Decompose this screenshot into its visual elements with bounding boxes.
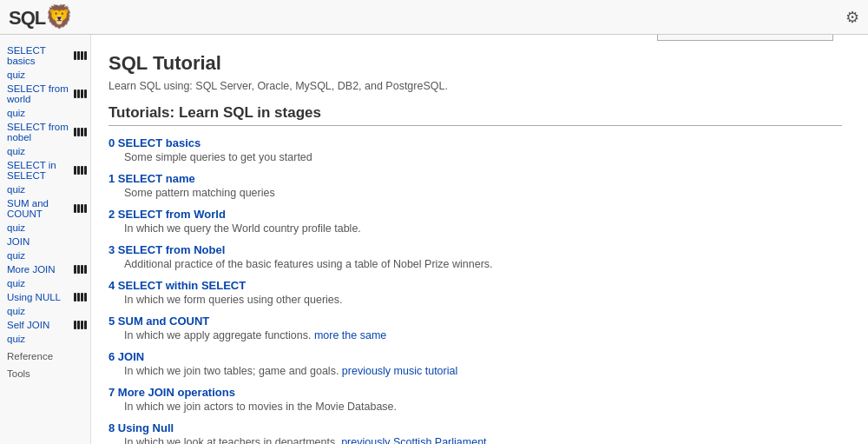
tutorial-heading[interactable]: 4 SELECT within SELECT	[108, 279, 842, 292]
gear-button[interactable]: ⚙	[845, 8, 859, 27]
tutorial-desc: Additional practice of the basic feature…	[108, 258, 842, 270]
tutorial-desc: In which we look at teachers in departme…	[108, 436, 842, 444]
section-title: Tutorials: Learn SQL in stages	[108, 104, 842, 126]
sidebar-item-quiz-5[interactable]: quiz	[7, 221, 90, 235]
tutorial-heading[interactable]: 0 SELECT basics	[108, 136, 842, 149]
tutorial-desc: In which we join actors to movies in the…	[108, 401, 842, 413]
tutorial-heading[interactable]: 6 JOIN	[108, 350, 842, 363]
sidebar-item-quiz-4[interactable]: quiz	[7, 182, 90, 196]
tutorial-desc: Some pattern matching queries	[108, 187, 842, 199]
sidebar-bar-6	[74, 265, 87, 274]
tutorial-desc: In which we apply aggregate functions. m…	[108, 329, 842, 341]
top-bar: SQL🦁 ⚙	[0, 0, 868, 35]
tutorial-desc: In which we form queries using other que…	[108, 294, 842, 306]
sidebar-item-quiz-8[interactable]: quiz	[7, 304, 90, 318]
sidebar-item-join[interactable]: JOIN	[7, 235, 90, 249]
sidebar-bar-4	[74, 166, 87, 175]
tutorial-heading[interactable]: 5 SUM and COUNT	[108, 315, 842, 328]
tutorial-item: 0 SELECT basicsSome simple queries to ge…	[108, 136, 842, 163]
sidebar-item-quiz-1[interactable]: quiz	[7, 68, 90, 82]
content: Language: English • 日本語 • 中文 SQL Tutoria…	[91, 35, 868, 444]
sidebar-reference[interactable]: Reference	[7, 346, 90, 363]
sidebar-bar-8	[74, 321, 87, 329]
sidebar-item-select-from-world[interactable]: SELECT from world	[7, 82, 90, 106]
logo-area: SQL🦁	[9, 3, 72, 30]
tutorial-heading[interactable]: 2 SELECT from World	[108, 208, 842, 221]
tutorial-item: 7 More JOIN operationsIn which we join a…	[108, 386, 842, 413]
tutorial-desc: In which we join two tables; game and go…	[108, 365, 842, 377]
tutorial-item: 5 SUM and COUNTIn which we apply aggrega…	[108, 315, 842, 341]
tutorial-heading[interactable]: 7 More JOIN operations	[108, 386, 842, 399]
sidebar-bar-3	[74, 128, 87, 136]
sidebar-item-quiz-2[interactable]: quiz	[7, 106, 90, 120]
logo-text: SQL🦁	[9, 3, 72, 30]
tutorials-list: 0 SELECT basicsSome simple queries to ge…	[108, 136, 842, 444]
tutorial-desc: In which we query the World country prof…	[108, 222, 842, 235]
tutorial-item: 8 Using NullIn which we look at teachers…	[108, 421, 842, 444]
sidebar-bar-7	[74, 293, 87, 302]
tutorial-desc: Some simple queries to get you started	[108, 151, 842, 163]
sidebar-item-quiz-9[interactable]: quiz	[7, 332, 90, 346]
tutorial-link[interactable]: more the same	[314, 329, 386, 341]
sidebar-item-quiz-7[interactable]: quiz	[7, 276, 90, 290]
sidebar-bar-5	[74, 204, 87, 213]
page-subtitle: Learn SQL using: SQL Server, Oracle, MyS…	[108, 80, 842, 92]
sidebar-item-using-null[interactable]: Using NULL	[7, 290, 90, 304]
sidebar-bar-2	[74, 89, 87, 98]
tutorial-item: 4 SELECT within SELECTIn which we form q…	[108, 279, 842, 306]
sidebar-item-select-in-select[interactable]: SELECT in SELECT	[7, 158, 90, 182]
page-title: SQL Tutorial	[108, 52, 842, 75]
tutorial-heading[interactable]: 1 SELECT name	[108, 172, 842, 185]
sidebar-bar-1	[74, 51, 87, 60]
sidebar-item-quiz-3[interactable]: quiz	[7, 144, 90, 158]
language-bar: Language: English • 日本語 • 中文	[657, 35, 833, 41]
tutorial-item: 6 JOINIn which we join two tables; game …	[108, 350, 842, 377]
tutorial-link[interactable]: previously music tutorial	[342, 365, 457, 377]
sidebar-item-select-basics[interactable]: SELECT basics	[7, 43, 90, 68]
tutorial-item: 1 SELECT nameSome pattern matching queri…	[108, 172, 842, 199]
sidebar-item-quiz-6[interactable]: quiz	[7, 249, 90, 262]
sidebar-tools[interactable]: Tools	[7, 363, 90, 381]
tutorial-item: 3 SELECT from NobelAdditional practice o…	[108, 243, 842, 270]
tutorial-item: 2 SELECT from WorldIn which we query the…	[108, 208, 842, 235]
sidebar: SELECT basics quiz SELECT from world qui…	[0, 35, 91, 444]
tutorial-heading[interactable]: 8 Using Null	[108, 421, 842, 434]
main-layout: SELECT basics quiz SELECT from world qui…	[0, 35, 868, 444]
tutorial-heading[interactable]: 3 SELECT from Nobel	[108, 243, 842, 256]
sidebar-item-self-join[interactable]: Self JOIN	[7, 318, 90, 332]
sidebar-item-select-from-nobel[interactable]: SELECT from nobel	[7, 120, 90, 144]
tutorial-link[interactable]: previously Scottish Parliament	[341, 436, 486, 444]
sidebar-item-more-join[interactable]: More JOIN	[7, 262, 90, 276]
sidebar-item-sum-and-count[interactable]: SUM and COUNT	[7, 196, 90, 221]
